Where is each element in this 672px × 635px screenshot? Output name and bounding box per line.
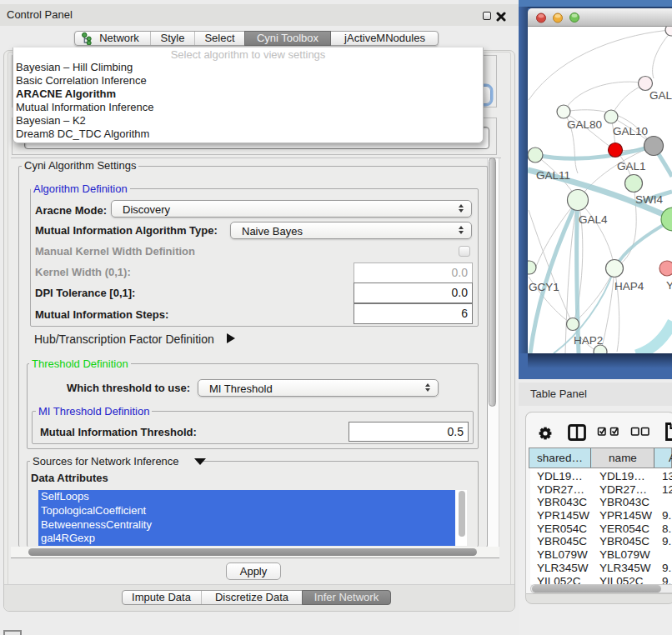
svg-text:HAP4: HAP4 bbox=[614, 280, 644, 292]
svg-text:GAL10: GAL10 bbox=[613, 125, 648, 138]
svg-text:Y: Y bbox=[666, 279, 672, 292]
svg-text:GAL1: GAL1 bbox=[617, 160, 646, 172]
svg-text:GAL80: GAL80 bbox=[567, 118, 602, 131]
svg-text:SWI4: SWI4 bbox=[635, 193, 663, 206]
svg-text:GAL4: GAL4 bbox=[579, 213, 608, 226]
svg-text:GAL7: GAL7 bbox=[649, 89, 672, 102]
svg-text:HAP2: HAP2 bbox=[574, 334, 603, 347]
svg-text:GAL11: GAL11 bbox=[536, 169, 570, 182]
svg-text:GCY1: GCY1 bbox=[529, 281, 559, 293]
